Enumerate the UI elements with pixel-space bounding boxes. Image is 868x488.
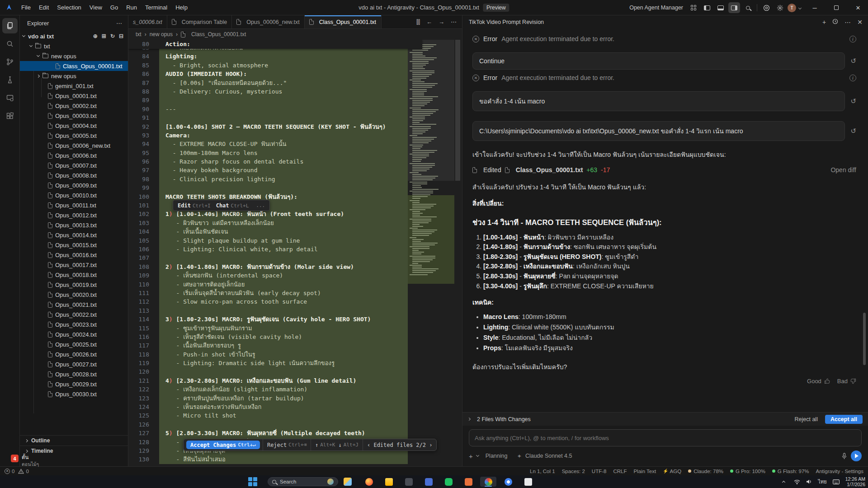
- file-edit-row[interactable]: EditedClass_Opus_00001.txt+63-17Open dif…: [472, 166, 856, 174]
- start-button[interactable]: [248, 477, 257, 486]
- agent-layout-icon[interactable]: [688, 2, 699, 13]
- chat-scrollbar[interactable]: [863, 313, 866, 365]
- problems-indicator[interactable]: ✕0 0: [5, 469, 29, 474]
- tray-overflow-icon[interactable]: [782, 481, 785, 484]
- model-selector[interactable]: Claude Sonnet 4.5: [525, 453, 572, 459]
- toggle-panel-icon[interactable]: [715, 2, 726, 13]
- source-control-icon[interactable]: [2, 54, 18, 70]
- chat-input[interactable]: [475, 435, 856, 441]
- collapse-all-icon[interactable]: ⊟: [119, 33, 123, 39]
- network-icon[interactable]: [794, 479, 800, 484]
- tree-item-new-opus[interactable]: new opus: [20, 71, 128, 81]
- status-item-utf-8[interactable]: UTF-8: [592, 469, 607, 474]
- status-item-crlf[interactable]: CRLF: [613, 469, 627, 474]
- tree-item-class_opus_00001-txt[interactable]: Class_Opus_00001.txt: [20, 61, 128, 71]
- search-sidebar-icon[interactable]: [2, 36, 18, 52]
- mode-selector[interactable]: Planning: [486, 453, 508, 459]
- history-icon[interactable]: [832, 19, 838, 26]
- tree-item-opus_00023-txt[interactable]: Opus_00023.txt: [20, 319, 128, 329]
- user-message[interactable]: ขอคำสั่ง 1-4 เน้น macro: [472, 91, 845, 111]
- chrome2-icon[interactable]: [500, 477, 516, 487]
- status-item-plain-text[interactable]: Plain Text: [633, 469, 656, 474]
- tree-item-opus_00013-txt[interactable]: Opus_00013.txt: [20, 220, 128, 230]
- menu-help[interactable]: Help: [171, 4, 192, 11]
- tree-item-opus_00019-txt[interactable]: Opus_00019.txt: [20, 280, 128, 290]
- menu-run[interactable]: Run: [122, 4, 141, 11]
- edit-button[interactable]: EditCtrl+I: [178, 202, 211, 209]
- breadcrumb[interactable]: txt›new opus›Class_Opus_00001.txt: [128, 29, 462, 40]
- toggle-secondary-sidebar-icon[interactable]: [728, 2, 740, 13]
- line-icon[interactable]: [440, 477, 457, 487]
- language-indicator[interactable]: ไทย: [818, 478, 826, 486]
- restore-button[interactable]: [826, 0, 846, 15]
- new-chat-icon[interactable]: +: [822, 19, 826, 26]
- tree-item-opus_00003-txt[interactable]: Opus_00003.txt: [20, 111, 128, 121]
- tree-item-opus_00012-txt[interactable]: Opus_00012.txt: [20, 210, 128, 220]
- taskbar-search[interactable]: Search: [268, 477, 338, 486]
- tree-item-opus_00009-txt[interactable]: Opus_00009.txt: [20, 180, 128, 190]
- tab-comparison-table[interactable]: Comparison Table: [167, 15, 232, 28]
- status-item-g-pro-100-[interactable]: G Pro: 100%: [730, 469, 765, 474]
- notepad-icon[interactable]: [520, 477, 536, 487]
- search-icon[interactable]: [742, 2, 754, 13]
- editor-scrollbar[interactable]: [454, 40, 461, 466]
- menu-view[interactable]: View: [85, 4, 106, 11]
- more-icon[interactable]: ⋯: [844, 19, 851, 26]
- taskbar-clock[interactable]: 12:26 AM1/7/2026: [845, 476, 865, 487]
- add-context-icon[interactable]: +: [469, 452, 473, 460]
- tab-s_00006-txt[interactable]: s_00006.txt: [128, 15, 167, 28]
- remote-explorer-icon[interactable]: [2, 90, 18, 106]
- info-icon[interactable]: i: [849, 36, 856, 42]
- more-actions-icon[interactable]: ⋯: [451, 19, 457, 25]
- run-debug-icon[interactable]: [2, 72, 18, 88]
- accept-changes-button[interactable]: Accept ChangesCtrl+↵: [186, 441, 260, 449]
- refresh-icon[interactable]: ↻: [110, 33, 115, 39]
- status-item-spaces-2[interactable]: Spaces: 2: [562, 469, 585, 474]
- split-editor-icon[interactable]: ⫿⫿: [416, 19, 420, 26]
- outline-section[interactable]: Outline: [20, 435, 128, 446]
- user-message[interactable]: Continue: [472, 52, 845, 70]
- tree-item-opus_00027-txt[interactable]: Opus_00027.txt: [20, 359, 128, 369]
- notification-toast[interactable]: 4 ตั้น ตอนไม้ๆ: [11, 455, 39, 468]
- status-item-g-flash-97-[interactable]: G Flash: 97%: [772, 469, 809, 474]
- tree-item-opus_00006-txt[interactable]: Opus_00006.txt: [20, 150, 128, 160]
- tree-item-opus_00011-txt[interactable]: Opus_00011.txt: [20, 200, 128, 210]
- tree-item-opus_00007-txt[interactable]: Opus_00007.txt: [20, 160, 128, 170]
- menu-file[interactable]: File: [17, 4, 35, 11]
- menu-terminal[interactable]: Terminal: [141, 4, 171, 11]
- extensions-icon[interactable]: [2, 108, 18, 124]
- toggle-sidebar-icon[interactable]: [701, 2, 713, 13]
- chevron-down-icon[interactable]: [798, 6, 802, 9]
- breadcrumb-item[interactable]: new opus: [150, 31, 173, 38]
- firefox-icon[interactable]: [361, 477, 377, 487]
- tree-item-opus_00001-txt[interactable]: Opus_00001.txt: [20, 91, 128, 101]
- mode-chevron-icon[interactable]: [476, 454, 479, 457]
- chat-button[interactable]: ChatCtrl+L: [216, 202, 249, 209]
- explorer-more-icon[interactable]: ⋯: [116, 20, 123, 27]
- status-item-agq[interactable]: ⚡AGQ: [663, 469, 681, 474]
- edited-files-nav[interactable]: ‹ Edited files 2/2 ›: [363, 439, 437, 450]
- tree-item-opus_00029-txt[interactable]: Opus_00029.txt: [20, 379, 128, 389]
- tree-item-opus_00024-txt[interactable]: Opus_00024.txt: [20, 329, 128, 339]
- tab-class_opus_00001-txt[interactable]: Class_Opus_00001.txt✕: [305, 15, 382, 28]
- minimap[interactable]: [408, 40, 454, 466]
- app-dark-icon[interactable]: [401, 477, 417, 487]
- tree-item-opus_00010-txt[interactable]: Opus_00010.txt: [20, 190, 128, 200]
- send-button[interactable]: [851, 450, 862, 461]
- tree-item-opus_00028-txt[interactable]: Opus_00028.txt: [20, 369, 128, 379]
- more-icon[interactable]: ...: [256, 202, 265, 208]
- browser-icon[interactable]: [760, 2, 772, 13]
- app-blue-icon[interactable]: [420, 477, 437, 487]
- back-icon[interactable]: ←: [426, 19, 432, 25]
- open-agent-manager-button[interactable]: Open Agent Manager: [629, 5, 683, 11]
- tree-item-new-opus[interactable]: new opus: [20, 51, 128, 61]
- reject-all-button[interactable]: Reject all: [791, 415, 821, 423]
- tree-item-opus_00025-txt[interactable]: Opus_00025.txt: [20, 339, 128, 349]
- close-panel-icon[interactable]: ✕: [857, 19, 863, 26]
- tree-item-opus_00021-txt[interactable]: Opus_00021.txt: [20, 300, 128, 310]
- tree-item-opus_00006_new-txt[interactable]: Opus_00006_new.txt: [20, 141, 128, 150]
- tree-item-opus_00005-txt[interactable]: Opus_00005.txt: [20, 131, 128, 141]
- keyboard-icon[interactable]: [833, 479, 840, 484]
- forward-icon[interactable]: →: [439, 19, 444, 25]
- tree-item-opus_00004-txt[interactable]: Opus_00004.txt: [20, 121, 128, 131]
